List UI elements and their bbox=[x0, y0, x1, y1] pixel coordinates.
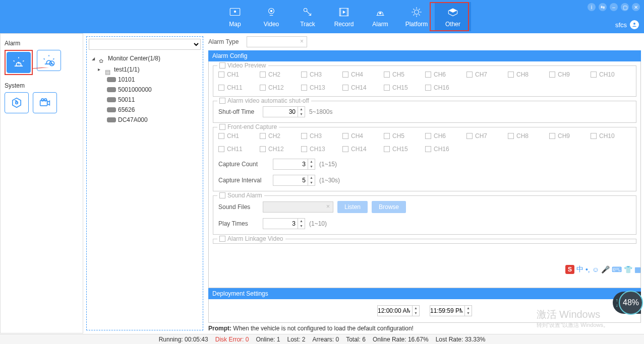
sound-fieldset: Sound Alarm Sound Files Listen Browse Pl… bbox=[213, 195, 636, 235]
channel-ch9[interactable]: CH9 bbox=[549, 71, 573, 78]
channel-ch5[interactable]: CH5 bbox=[384, 132, 408, 140]
nav-track[interactable]: Track bbox=[289, 2, 326, 31]
user-area[interactable]: sfcs bbox=[615, 20, 639, 29]
tree-device[interactable]: 10101 bbox=[89, 75, 201, 85]
nav-map[interactable]: Map bbox=[217, 2, 253, 31]
channel-ch13[interactable]: CH13 bbox=[301, 84, 325, 91]
tree-root[interactable]: Monitor Center(1/8) bbox=[89, 53, 201, 64]
channel-ch14[interactable]: CH14 bbox=[342, 84, 367, 91]
video-preview-checkbox[interactable] bbox=[219, 62, 225, 68]
sound-checkbox[interactable] bbox=[219, 192, 225, 198]
sound-files-select[interactable] bbox=[263, 201, 333, 213]
ime-keyboard-icon[interactable]: ⌨ bbox=[612, 265, 622, 273]
linkage-fieldset: Alarm Linkage Video bbox=[213, 239, 636, 244]
alarm-type-select[interactable] bbox=[247, 36, 307, 47]
linkage-checkbox[interactable] bbox=[219, 236, 225, 242]
info-icon[interactable]: i bbox=[588, 3, 596, 11]
device-icon bbox=[107, 117, 116, 122]
channel-ch2[interactable]: CH2 bbox=[260, 71, 284, 78]
capture-interval-input[interactable]: ▲▼ bbox=[273, 175, 315, 186]
channel-ch14[interactable]: CH14 bbox=[342, 146, 367, 153]
tree-device[interactable]: DC47A000 bbox=[89, 115, 201, 125]
listen-button[interactable]: Listen bbox=[337, 201, 368, 213]
nav-alarm[interactable]: Alarm bbox=[362, 2, 398, 31]
nav-record[interactable]: Record bbox=[326, 2, 362, 31]
channel-ch9[interactable]: CH9 bbox=[549, 132, 573, 140]
ime-skin-icon[interactable]: 👕 bbox=[624, 265, 632, 273]
play-times-label: Play Times bbox=[218, 220, 259, 227]
channel-ch7[interactable]: CH7 bbox=[466, 71, 491, 78]
channel-ch12[interactable]: CH12 bbox=[260, 84, 284, 91]
channel-ch5[interactable]: CH5 bbox=[384, 71, 408, 78]
channel-ch3[interactable]: CH3 bbox=[301, 71, 325, 78]
channel-ch1[interactable]: CH1 bbox=[218, 71, 243, 78]
channel-ch10[interactable]: CH10 bbox=[591, 71, 615, 78]
top-bar: Map Video Track Record Alarm Platform Ot… bbox=[0, 0, 644, 33]
status-arrears: Arrears: 0 bbox=[312, 336, 339, 343]
device-icon bbox=[107, 107, 116, 112]
channel-ch15[interactable]: CH15 bbox=[384, 146, 408, 153]
channel-ch16[interactable]: CH16 bbox=[425, 84, 449, 91]
capture-count-input[interactable]: ▲▼ bbox=[273, 159, 315, 170]
capture-checkbox[interactable] bbox=[219, 124, 225, 130]
channel-ch1[interactable]: CH1 bbox=[218, 132, 243, 140]
shutoff-checkbox[interactable] bbox=[219, 98, 225, 104]
close-icon[interactable]: ✕ bbox=[632, 3, 640, 11]
system-settings-button[interactable] bbox=[5, 92, 29, 113]
system-camera-button[interactable] bbox=[33, 92, 57, 113]
tree-device[interactable]: 50011 bbox=[89, 95, 201, 105]
deploy-start-time[interactable]: ▲▼ bbox=[377, 305, 420, 316]
ime-mic-icon[interactable]: 🎤 bbox=[601, 265, 610, 273]
window-controls: i ⇆ – ▢ ✕ bbox=[588, 3, 640, 11]
user-avatar-icon bbox=[630, 20, 639, 29]
tree-device[interactable]: 5001000000 bbox=[89, 85, 201, 95]
link-icon[interactable]: ⇆ bbox=[599, 3, 607, 11]
channel-ch11[interactable]: CH11 bbox=[218, 84, 243, 91]
channel-ch2[interactable]: CH2 bbox=[260, 132, 284, 140]
deploy-end-time[interactable]: ▲▼ bbox=[430, 305, 472, 316]
alarm-siren-button[interactable] bbox=[7, 52, 31, 73]
left-panel: Alarm System bbox=[0, 33, 83, 333]
ime-menu-icon[interactable]: ▦ bbox=[634, 265, 641, 273]
username: sfcs bbox=[615, 21, 627, 29]
channel-ch8[interactable]: CH8 bbox=[508, 132, 532, 140]
ime-punct-icon[interactable]: •, bbox=[586, 265, 590, 273]
highlight-alarm-btn bbox=[5, 50, 33, 75]
deployment-body: ▲▼ ▲▼ bbox=[208, 299, 641, 323]
shutoff-time-input[interactable]: ▲▼ bbox=[263, 106, 305, 117]
shutoff-fieldset: Alarm video automatic shut-off Shut-off … bbox=[213, 101, 636, 123]
status-lost-rate: Lost Rate: 33.33% bbox=[436, 336, 486, 343]
tree-device[interactable]: 65626 bbox=[89, 105, 201, 115]
channel-ch11[interactable]: CH11 bbox=[218, 146, 243, 153]
device-tree: Monitor Center(1/8) test1(1/1) 10101 500… bbox=[89, 53, 201, 125]
status-total: Total: 6 bbox=[346, 336, 366, 343]
network-speed-widget: ↑ 0.1K/s↓ 1.4K/s 48% bbox=[613, 292, 641, 314]
svg-point-7 bbox=[379, 12, 381, 14]
tree-group[interactable]: test1(1/1) bbox=[89, 64, 201, 75]
alarm-disable-button[interactable] bbox=[37, 50, 61, 71]
channel-ch6[interactable]: CH6 bbox=[425, 132, 449, 140]
minimize-icon[interactable]: – bbox=[610, 3, 618, 11]
channel-ch6[interactable]: CH6 bbox=[425, 71, 449, 78]
alarm-section-label: Alarm bbox=[5, 40, 79, 47]
maximize-icon[interactable]: ▢ bbox=[621, 3, 629, 11]
channel-ch3[interactable]: CH3 bbox=[301, 132, 325, 140]
ime-emoji-icon[interactable]: ☺ bbox=[592, 265, 599, 273]
browse-button[interactable]: Browse bbox=[372, 201, 406, 213]
channel-ch7[interactable]: CH7 bbox=[466, 132, 491, 140]
channel-ch15[interactable]: CH15 bbox=[384, 84, 408, 91]
device-icon bbox=[107, 77, 116, 82]
channel-ch4[interactable]: CH4 bbox=[342, 132, 367, 140]
ime-lang[interactable]: 中 bbox=[576, 265, 583, 274]
channel-ch4[interactable]: CH4 bbox=[342, 71, 367, 78]
channel-ch13[interactable]: CH13 bbox=[301, 146, 325, 153]
play-times-input[interactable]: ▲▼ bbox=[263, 218, 305, 229]
channel-ch10[interactable]: CH10 bbox=[591, 132, 615, 140]
channel-ch8[interactable]: CH8 bbox=[508, 71, 532, 78]
channel-ch16[interactable]: CH16 bbox=[425, 146, 449, 153]
ime-logo-icon[interactable]: S bbox=[565, 265, 574, 274]
channel-ch12[interactable]: CH12 bbox=[260, 146, 284, 153]
tree-filter-select[interactable] bbox=[89, 39, 201, 50]
content-panel: Alarm Type Alarm Config Video Preview CH… bbox=[203, 33, 644, 333]
nav-video[interactable]: Video bbox=[253, 2, 289, 31]
